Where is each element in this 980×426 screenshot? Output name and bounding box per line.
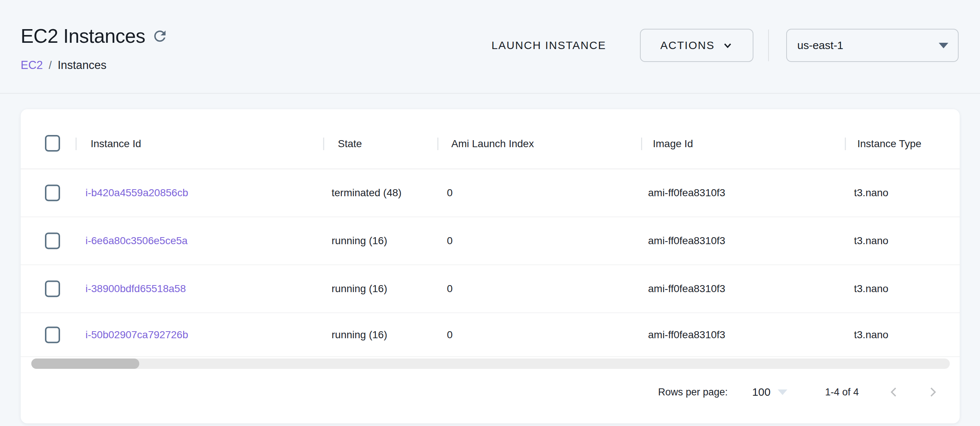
column-separator [76,137,76,150]
column-header-ami-launch-index[interactable]: Ami Launch Index [451,137,534,150]
instance-type-cell: t3.nano [854,282,888,295]
chevron-down-icon [722,40,733,51]
dropdown-arrow-icon [939,43,948,48]
state-cell: running (16) [332,329,387,341]
toolbar-divider [768,30,769,61]
pagination-range-label: 1-4 of 4 [825,386,859,398]
column-header-state[interactable]: State [338,137,362,150]
image-id-cell: ami-ff0fea8310f3 [648,329,725,341]
instance-type-cell: t3.nano [854,329,888,341]
instance-id-link[interactable]: i-50b02907ca792726b [86,329,188,341]
column-separator [438,137,438,150]
chevron-right-icon [925,385,940,399]
image-id-cell: ami-ff0fea8310f3 [648,282,725,295]
breadcrumb: EC2 / Instances [21,58,107,72]
rows-per-page-value: 100 [752,386,770,398]
image-id-cell: ami-ff0fea8310f3 [648,187,725,199]
refresh-icon [151,28,169,45]
select-all-checkbox[interactable] [45,135,60,152]
ami-launch-index-cell: 0 [447,235,453,247]
actions-button[interactable]: ACTIONS [640,29,753,62]
row-checkbox[interactable] [45,185,60,201]
ami-launch-index-cell: 0 [447,187,453,199]
horizontal-scrollbar-track[interactable] [31,359,950,369]
previous-page-button[interactable] [885,383,903,401]
region-selector[interactable]: us-east-1 [786,29,959,62]
row-checkbox[interactable] [45,281,60,297]
table-header-row: Instance Id State Ami Launch Index Image… [21,109,960,169]
chevron-left-icon [887,385,902,399]
header-divider [0,93,980,94]
instance-id-link[interactable]: i-b420a4559a20856cb [86,187,188,199]
column-header-image-id[interactable]: Image Id [653,137,693,150]
horizontal-scrollbar-thumb[interactable] [31,359,139,369]
image-id-cell: ami-ff0fea8310f3 [648,235,725,247]
launch-instance-button[interactable]: LAUNCH INSTANCE [492,37,606,54]
table-row[interactable]: i-38900bdfd65518a58 running (16) 0 ami-f… [21,265,960,313]
instances-table-card: Instance Id State Ami Launch Index Image… [21,109,960,423]
region-value: us-east-1 [797,39,843,52]
table-row[interactable]: i-50b02907ca792726b running (16) 0 ami-f… [21,313,960,357]
state-cell: running (16) [332,282,387,295]
breadcrumb-current: Instances [57,58,107,72]
column-header-instance-id[interactable]: Instance Id [91,137,141,150]
dropdown-arrow-icon [778,389,788,395]
instance-id-link[interactable]: i-38900bdfd65518a58 [86,282,186,295]
instance-id-link[interactable]: i-6e6a80c3506e5ce5a [86,235,188,247]
table-footer: Rows per page: 100 1-4 of 4 [658,382,941,402]
refresh-button[interactable] [150,27,169,46]
instance-type-cell: t3.nano [854,235,888,247]
column-separator [845,137,846,150]
row-checkbox[interactable] [45,233,60,249]
column-separator [323,137,324,150]
state-cell: terminated (48) [332,187,402,199]
ami-launch-index-cell: 0 [447,329,453,341]
actions-button-label: ACTIONS [660,39,714,52]
table-row[interactable]: i-6e6a80c3506e5ce5a running (16) 0 ami-f… [21,217,960,265]
rows-per-page-label: Rows per page: [658,386,728,398]
instance-type-cell: t3.nano [854,187,888,199]
breadcrumb-link-ec2[interactable]: EC2 [21,58,43,72]
rows-per-page-select[interactable]: 100 [752,386,788,398]
next-page-button[interactable] [924,383,941,401]
state-cell: running (16) [332,235,387,247]
column-header-instance-type[interactable]: Instance Type [858,137,921,150]
row-checkbox[interactable] [45,326,60,343]
column-separator [641,137,642,150]
table-row[interactable]: i-b420a4559a20856cb terminated (48) 0 am… [21,169,960,217]
page-title: EC2 Instances [21,24,145,48]
breadcrumb-separator: / [49,58,52,72]
ami-launch-index-cell: 0 [447,282,453,295]
